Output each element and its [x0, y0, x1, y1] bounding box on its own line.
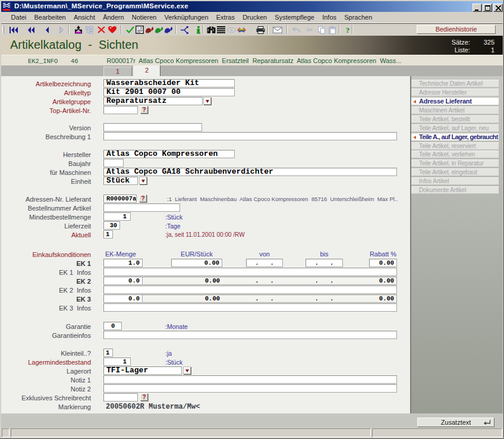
- adressen-nr-lieferant-help-button[interactable]: ?: [139, 195, 147, 202]
- artikeltyp-input[interactable]: Kit 2901 0007 00: [103, 88, 235, 96]
- list-view-icon[interactable]: [216, 25, 226, 35]
- einheit-dropdown-button[interactable]: [139, 177, 147, 184]
- menu-notieren[interactable]: Notieren: [128, 12, 160, 22]
- artikelbezeichnung-input[interactable]: Wasserabscheider Kit: [103, 79, 235, 87]
- menu-systempflege[interactable]: Systempflege: [271, 12, 319, 22]
- form-view-icon[interactable]: [135, 25, 144, 35]
- sidebar-item-technische-daten[interactable]: Technische Daten Artikel: [411, 80, 499, 87]
- prev-fast-icon[interactable]: [26, 25, 36, 35]
- ek1-preis-input[interactable]: 0.00: [171, 259, 222, 267]
- sidebar-item-dokumente-artikel[interactable]: Dokumente Artikel: [411, 186, 499, 194]
- help-icon[interactable]: ?: [343, 25, 352, 35]
- fuer-maschinen-input[interactable]: Atlas Copco GA18 Schraubenverdichter: [103, 168, 397, 176]
- prev-record-icon[interactable]: [42, 25, 52, 35]
- exklusiv-input[interactable]: [103, 393, 138, 402]
- squirrel-green-icon[interactable]: [154, 25, 163, 35]
- ek1-row: EK 1 1.0 0.00 . . . . 0.00: [1, 259, 410, 267]
- next-record-icon[interactable]: [56, 25, 66, 35]
- sidebar-item-teile-bestellt[interactable]: Teile Artikel, bestellt: [411, 115, 499, 123]
- sidebar-item-maschinen-artikel[interactable]: Maschinen Artikel: [411, 106, 499, 114]
- sidebar-item-teile-auf-lager-gebraucht[interactable]: Teile A., auf Lager, gebraucht: [411, 133, 499, 141]
- menu-sprachen[interactable]: Sprachen: [341, 12, 376, 22]
- tab-1[interactable]: 1: [103, 67, 132, 76]
- sidebar-item-teile-in-reparatur[interactable]: Teile Artikel, in Reparatur: [411, 159, 499, 167]
- ek3-infos-input[interactable]: [103, 303, 397, 312]
- delete-x-icon[interactable]: [96, 25, 106, 35]
- notiz1-input[interactable]: [103, 375, 397, 384]
- colors-icon[interactable]: [237, 25, 246, 35]
- kleinteil-input[interactable]: 1: [103, 349, 113, 357]
- menu-ansicht[interactable]: Ansicht: [70, 12, 99, 22]
- sidebar-item-teile-eingebaut[interactable]: Teile Artikel, eingebaut: [411, 168, 499, 176]
- zusatztext-button[interactable]: Zusatztext: [417, 418, 494, 427]
- beschreibung1-input[interactable]: [103, 132, 397, 140]
- preview-eye-icon[interactable]: [226, 25, 236, 35]
- exklusiv-help-button[interactable]: ?: [140, 393, 148, 401]
- sidebar-item-teile-auf-lager-neu[interactable]: Teile Artikel, auf Lager, neu: [411, 124, 499, 132]
- menu-verknuepfungen[interactable]: Verknüpfungen: [160, 12, 212, 22]
- top-artikel-nr-input[interactable]: [103, 106, 138, 114]
- garantieinfos-input[interactable]: [103, 331, 397, 339]
- favorite-heart-icon[interactable]: [108, 25, 117, 35]
- squirrel-red-icon[interactable]: [144, 25, 154, 35]
- garantie-input[interactable]: 0: [103, 322, 122, 330]
- aktuell-input[interactable]: 1: [103, 230, 113, 239]
- bestellnummer-input[interactable]: [103, 203, 180, 212]
- confirm-check-icon[interactable]: [125, 25, 135, 35]
- copy-icon[interactable]: [317, 25, 326, 35]
- lagerort-dropdown-button[interactable]: [183, 366, 191, 374]
- ek2-menge-input[interactable]: 0.0: [103, 277, 143, 285]
- link-branch-icon[interactable]: [179, 25, 189, 35]
- undo-icon[interactable]: [291, 25, 301, 35]
- tree-view-icon[interactable]: [84, 25, 94, 35]
- lagermindestbestand-input[interactable]: 1: [103, 358, 131, 366]
- einheit-select[interactable]: Stück: [103, 177, 138, 185]
- cut-scissors-icon[interactable]: ✂: [305, 25, 314, 35]
- ek2-infos-input[interactable]: [103, 286, 397, 294]
- top-artikel-nr-help-button[interactable]: ?: [140, 106, 148, 114]
- menu-drucken[interactable]: Drucken: [239, 12, 271, 22]
- ek1-menge-input[interactable]: 1.0: [103, 259, 143, 267]
- bedienhistorie-button[interactable]: Bedienhistorie: [417, 25, 496, 34]
- ek3-menge-input[interactable]: 0.0: [103, 294, 143, 303]
- sidebar-item-adresse-lieferant[interactable]: Adresse Lieferant: [411, 98, 499, 105]
- field-lieferzeit: Lieferzeit 30 :Tage: [1, 221, 410, 230]
- artikelgruppe-select[interactable]: Reparatursatz: [103, 97, 203, 105]
- lieferzeit-input[interactable]: 30: [103, 221, 120, 230]
- print-icon[interactable]: [256, 25, 265, 35]
- minimize-button[interactable]: [472, 4, 482, 12]
- mindestbestellmenge-input[interactable]: 1: [103, 212, 131, 221]
- adressen-nr-lieferant-input[interactable]: R000007a: [103, 195, 137, 203]
- mail-envelope-icon[interactable]: [273, 25, 282, 35]
- search-binoculars-icon[interactable]: [206, 25, 216, 35]
- info-icon[interactable]: [194, 25, 203, 35]
- sidebar-item-teile-verliehen[interactable]: Teile Artikel, verliehen: [411, 150, 499, 158]
- lagerort-select[interactable]: TFI-Lager: [103, 366, 182, 375]
- menu-aendern[interactable]: Ändern: [99, 12, 128, 22]
- ek1-rabatt-input[interactable]: 0.00: [369, 259, 397, 267]
- import-stamp-icon[interactable]: [74, 25, 83, 35]
- toolbar-grip: [2, 26, 4, 33]
- artikelgruppe-dropdown-button[interactable]: [203, 97, 211, 105]
- squirrel-blue-icon[interactable]: [163, 25, 173, 35]
- return-arrow-icon: [483, 420, 491, 425]
- menu-datei[interactable]: Datei: [7, 12, 30, 22]
- menu-bearbeiten[interactable]: Bearbeiten: [30, 12, 70, 22]
- sidebar-item-adresse-hersteller[interactable]: Adresse Hersteller: [411, 89, 499, 96]
- ek1-bis-input[interactable]: . .: [305, 259, 343, 267]
- tab-2[interactable]: 2: [133, 65, 160, 76]
- maximize-button[interactable]: [483, 4, 492, 12]
- baujahr-input[interactable]: [103, 159, 124, 167]
- version-input[interactable]: [103, 123, 202, 131]
- paste-icon[interactable]: [327, 25, 337, 35]
- sidebar-item-teile-reserviert[interactable]: Teile Artikel, reserviert: [411, 142, 499, 150]
- hersteller-input[interactable]: Atlas Copco Kompressoren: [103, 150, 235, 158]
- notiz2-input[interactable]: [103, 384, 397, 393]
- ek1-infos-input[interactable]: [103, 268, 397, 276]
- menu-extras[interactable]: Extras: [212, 12, 238, 22]
- close-button[interactable]: [493, 4, 503, 12]
- sidebar-item-infos-artikel[interactable]: Infos Artikel: [411, 177, 499, 185]
- first-record-icon[interactable]: [9, 25, 18, 35]
- menu-infos[interactable]: Infos: [319, 12, 341, 22]
- ek1-von-input[interactable]: . .: [246, 259, 283, 267]
